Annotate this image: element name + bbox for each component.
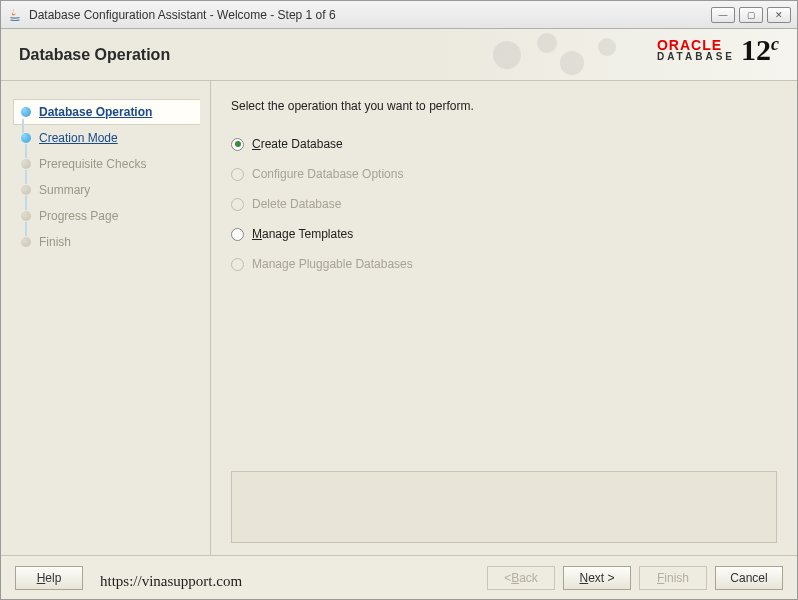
step-bullet-icon [21,159,31,169]
radio-manage-pluggable-databases: Manage Pluggable Databases [231,249,777,279]
back-button: < Back [487,566,555,590]
step-label: Prerequisite Checks [39,157,146,171]
oracle-brand-sub: DATABASE [657,52,735,62]
close-button[interactable]: ✕ [767,7,791,23]
step-bullet-icon [21,237,31,247]
wizard-sidebar: Database Operation Creation Mode Prerequ… [1,81,211,555]
radio-label: Configure Database Options [252,167,403,181]
oracle-brand: ORACLE [657,38,722,52]
wizard-main: Select the operation that you want to pe… [211,81,797,555]
step-label: Summary [39,183,90,197]
sidebar-step-creation-mode[interactable]: Creation Mode [17,125,200,151]
step-label: Creation Mode [39,131,118,145]
oracle-logo: ORACLE DATABASE [657,38,735,62]
svg-point-1 [537,33,557,53]
wizard-content: Database Operation Creation Mode Prerequ… [1,81,797,555]
watermark-url: https://vinasupport.com [100,573,242,590]
window-title: Database Configuration Assistant - Welco… [29,8,711,22]
step-bullet-icon [21,107,31,117]
next-button[interactable]: Next > [563,566,631,590]
page-title: Database Operation [19,46,170,64]
sidebar-step-database-operation[interactable]: Database Operation [13,99,200,125]
message-area [231,471,777,543]
step-bullet-icon [21,185,31,195]
java-icon [7,7,23,23]
gears-decoration [477,29,637,81]
step-label: Database Operation [39,105,152,119]
help-button[interactable]: Help [15,566,83,590]
radio-delete-database: Delete Database [231,189,777,219]
radio-create-database[interactable]: Create Database [231,129,777,159]
oracle-version: 12c [741,35,779,65]
radio-label: Create Database [252,137,343,151]
radio-label: Delete Database [252,197,341,211]
radio-label: Manage Pluggable Databases [252,257,413,271]
finish-button: Finish [639,566,707,590]
svg-point-3 [598,38,616,56]
cancel-button[interactable]: Cancel [715,566,783,590]
radio-icon [231,138,244,151]
oracle-logo-area: ORACLE DATABASE 12c [657,35,779,65]
radio-manage-templates[interactable]: Manage Templates [231,219,777,249]
sidebar-step-progress-page: Progress Page [17,203,200,229]
radio-configure-database-options: Configure Database Options [231,159,777,189]
radio-icon [231,198,244,211]
svg-point-0 [493,41,521,69]
radio-icon [231,258,244,271]
radio-icon [231,168,244,181]
svg-point-2 [560,51,584,75]
step-bullet-icon [21,211,31,221]
wizard-footer: Help https://vinasupport.com < Back Next… [1,555,797,599]
step-label: Progress Page [39,209,118,223]
maximize-button[interactable]: ▢ [739,7,763,23]
wizard-header: Database Operation ORACLE DATABASE 12c [1,29,797,81]
radio-label: Manage Templates [252,227,353,241]
radio-icon [231,228,244,241]
sidebar-step-summary: Summary [17,177,200,203]
sidebar-step-finish: Finish [17,229,200,255]
minimize-button[interactable]: — [711,7,735,23]
step-label: Finish [39,235,71,249]
sidebar-step-prerequisite-checks: Prerequisite Checks [17,151,200,177]
step-bullet-icon [21,133,31,143]
operation-prompt: Select the operation that you want to pe… [231,99,777,113]
window-titlebar: Database Configuration Assistant - Welco… [1,1,797,29]
